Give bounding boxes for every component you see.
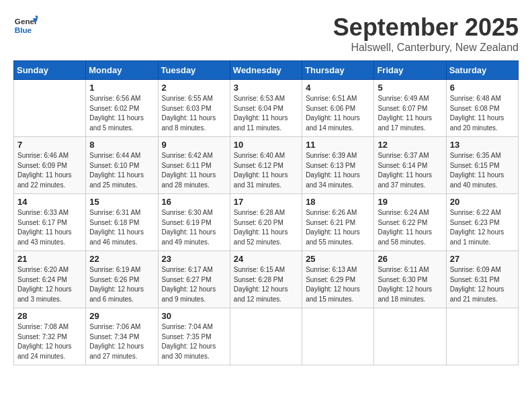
day-info: Sunrise: 6:40 AMSunset: 6:12 PMDaylight:… bbox=[234, 151, 298, 190]
title-block: September 2025 Halswell, Canterbury, New… bbox=[333, 13, 519, 54]
calendar-cell: 5Sunrise: 6:49 AMSunset: 6:07 PMDaylight… bbox=[374, 80, 446, 137]
day-info: Sunrise: 6:51 AMSunset: 6:06 PMDaylight:… bbox=[306, 94, 370, 133]
day-number: 17 bbox=[234, 197, 298, 207]
day-number: 8 bbox=[89, 140, 154, 150]
calendar-cell: 14Sunrise: 6:33 AMSunset: 6:17 PMDayligh… bbox=[14, 194, 86, 251]
day-number: 27 bbox=[450, 254, 515, 264]
day-number: 19 bbox=[378, 197, 442, 207]
day-number: 9 bbox=[162, 140, 226, 150]
calendar-table: SundayMondayTuesdayWednesdayThursdayFrid… bbox=[13, 60, 519, 365]
calendar-cell: 22Sunrise: 6:19 AMSunset: 6:26 PMDayligh… bbox=[86, 251, 158, 308]
day-number: 16 bbox=[162, 197, 226, 207]
day-info: Sunrise: 6:42 AMSunset: 6:11 PMDaylight:… bbox=[162, 151, 226, 190]
calendar-cell: 25Sunrise: 6:13 AMSunset: 6:29 PMDayligh… bbox=[302, 251, 374, 308]
day-info: Sunrise: 7:04 AMSunset: 7:35 PMDaylight:… bbox=[162, 322, 226, 361]
calendar-cell: 24Sunrise: 6:15 AMSunset: 6:28 PMDayligh… bbox=[230, 251, 302, 308]
calendar-cell: 19Sunrise: 6:24 AMSunset: 6:22 PMDayligh… bbox=[374, 194, 446, 251]
day-info: Sunrise: 6:19 AMSunset: 6:26 PMDaylight:… bbox=[89, 265, 154, 304]
day-info: Sunrise: 6:28 AMSunset: 6:20 PMDaylight:… bbox=[234, 208, 298, 247]
calendar-cell: 30Sunrise: 7:04 AMSunset: 7:35 PMDayligh… bbox=[158, 308, 230, 365]
day-info: Sunrise: 6:39 AMSunset: 6:13 PMDaylight:… bbox=[306, 151, 370, 190]
day-info: Sunrise: 6:31 AMSunset: 6:18 PMDaylight:… bbox=[89, 208, 154, 247]
calendar-cell: 13Sunrise: 6:35 AMSunset: 6:15 PMDayligh… bbox=[446, 137, 518, 194]
day-number: 22 bbox=[89, 254, 154, 264]
day-header-sunday: Sunday bbox=[14, 61, 86, 80]
calendar-cell bbox=[302, 308, 374, 365]
day-number: 24 bbox=[234, 254, 298, 264]
day-number: 1 bbox=[89, 83, 154, 93]
calendar-week-2: 7Sunrise: 6:46 AMSunset: 6:09 PMDaylight… bbox=[14, 137, 519, 194]
day-number: 14 bbox=[17, 197, 82, 207]
calendar-cell: 4Sunrise: 6:51 AMSunset: 6:06 PMDaylight… bbox=[302, 80, 374, 137]
day-number: 28 bbox=[17, 311, 82, 321]
day-number: 2 bbox=[162, 83, 226, 93]
calendar-week-5: 28Sunrise: 7:08 AMSunset: 7:32 PMDayligh… bbox=[14, 308, 519, 365]
day-number: 12 bbox=[378, 140, 442, 150]
day-info: Sunrise: 6:35 AMSunset: 6:15 PMDaylight:… bbox=[450, 151, 515, 190]
day-info: Sunrise: 6:33 AMSunset: 6:17 PMDaylight:… bbox=[17, 208, 82, 247]
day-number: 21 bbox=[17, 254, 82, 264]
calendar-cell bbox=[446, 308, 518, 365]
calendar-cell: 9Sunrise: 6:42 AMSunset: 6:11 PMDaylight… bbox=[158, 137, 230, 194]
day-info: Sunrise: 6:30 AMSunset: 6:19 PMDaylight:… bbox=[162, 208, 226, 247]
day-number: 5 bbox=[378, 83, 442, 93]
day-number: 13 bbox=[450, 140, 515, 150]
day-number: 29 bbox=[89, 311, 154, 321]
logo-icon: General Blue bbox=[13, 13, 38, 38]
calendar-week-1: 1Sunrise: 6:56 AMSunset: 6:02 PMDaylight… bbox=[14, 80, 519, 137]
day-info: Sunrise: 6:13 AMSunset: 6:29 PMDaylight:… bbox=[306, 265, 370, 304]
day-header-tuesday: Tuesday bbox=[158, 61, 230, 80]
calendar-cell: 15Sunrise: 6:31 AMSunset: 6:18 PMDayligh… bbox=[86, 194, 158, 251]
calendar-cell: 10Sunrise: 6:40 AMSunset: 6:12 PMDayligh… bbox=[230, 137, 302, 194]
page-header: General Blue September 2025 Halswell, Ca… bbox=[13, 13, 519, 54]
day-info: Sunrise: 6:11 AMSunset: 6:30 PMDaylight:… bbox=[378, 265, 442, 304]
day-info: Sunrise: 6:24 AMSunset: 6:22 PMDaylight:… bbox=[378, 208, 442, 247]
calendar-cell: 23Sunrise: 6:17 AMSunset: 6:27 PMDayligh… bbox=[158, 251, 230, 308]
day-number: 10 bbox=[234, 140, 298, 150]
day-number: 25 bbox=[306, 254, 370, 264]
day-info: Sunrise: 7:06 AMSunset: 7:34 PMDaylight:… bbox=[89, 322, 154, 361]
day-info: Sunrise: 6:53 AMSunset: 6:04 PMDaylight:… bbox=[234, 94, 298, 133]
calendar-cell: 26Sunrise: 6:11 AMSunset: 6:30 PMDayligh… bbox=[374, 251, 446, 308]
svg-text:General: General bbox=[15, 17, 38, 26]
days-header-row: SundayMondayTuesdayWednesdayThursdayFrid… bbox=[14, 61, 519, 80]
calendar-cell: 17Sunrise: 6:28 AMSunset: 6:20 PMDayligh… bbox=[230, 194, 302, 251]
day-header-thursday: Thursday bbox=[302, 61, 374, 80]
location-subtitle: Halswell, Canterbury, New Zealand bbox=[333, 42, 519, 54]
calendar-cell: 11Sunrise: 6:39 AMSunset: 6:13 PMDayligh… bbox=[302, 137, 374, 194]
day-info: Sunrise: 6:44 AMSunset: 6:10 PMDaylight:… bbox=[89, 151, 154, 190]
day-header-friday: Friday bbox=[374, 61, 446, 80]
svg-text:Blue: Blue bbox=[15, 26, 32, 34]
day-info: Sunrise: 6:55 AMSunset: 6:03 PMDaylight:… bbox=[162, 94, 226, 133]
calendar-cell: 8Sunrise: 6:44 AMSunset: 6:10 PMDaylight… bbox=[86, 137, 158, 194]
day-number: 6 bbox=[450, 83, 515, 93]
calendar-week-4: 21Sunrise: 6:20 AMSunset: 6:24 PMDayligh… bbox=[14, 251, 519, 308]
day-info: Sunrise: 6:46 AMSunset: 6:09 PMDaylight:… bbox=[17, 151, 82, 190]
day-number: 15 bbox=[89, 197, 154, 207]
calendar-cell bbox=[14, 80, 86, 137]
calendar-cell: 16Sunrise: 6:30 AMSunset: 6:19 PMDayligh… bbox=[158, 194, 230, 251]
month-title: September 2025 bbox=[333, 13, 519, 42]
day-number: 11 bbox=[306, 140, 370, 150]
day-info: Sunrise: 6:20 AMSunset: 6:24 PMDaylight:… bbox=[17, 265, 82, 304]
day-number: 20 bbox=[450, 197, 515, 207]
calendar-cell: 3Sunrise: 6:53 AMSunset: 6:04 PMDaylight… bbox=[230, 80, 302, 137]
day-info: Sunrise: 6:17 AMSunset: 6:27 PMDaylight:… bbox=[162, 265, 226, 304]
day-header-wednesday: Wednesday bbox=[230, 61, 302, 80]
day-header-monday: Monday bbox=[86, 61, 158, 80]
day-info: Sunrise: 6:15 AMSunset: 6:28 PMDaylight:… bbox=[234, 265, 298, 304]
day-info: Sunrise: 6:26 AMSunset: 6:21 PMDaylight:… bbox=[306, 208, 370, 247]
calendar-cell: 18Sunrise: 6:26 AMSunset: 6:21 PMDayligh… bbox=[302, 194, 374, 251]
day-info: Sunrise: 7:08 AMSunset: 7:32 PMDaylight:… bbox=[17, 322, 82, 361]
day-header-saturday: Saturday bbox=[446, 61, 518, 80]
calendar-cell: 29Sunrise: 7:06 AMSunset: 7:34 PMDayligh… bbox=[86, 308, 158, 365]
calendar-cell: 6Sunrise: 6:48 AMSunset: 6:08 PMDaylight… bbox=[446, 80, 518, 137]
calendar-cell: 28Sunrise: 7:08 AMSunset: 7:32 PMDayligh… bbox=[14, 308, 86, 365]
day-info: Sunrise: 6:48 AMSunset: 6:08 PMDaylight:… bbox=[450, 94, 515, 133]
calendar-cell bbox=[230, 308, 302, 365]
calendar-cell: 27Sunrise: 6:09 AMSunset: 6:31 PMDayligh… bbox=[446, 251, 518, 308]
day-number: 3 bbox=[234, 83, 298, 93]
logo: General Blue bbox=[13, 13, 38, 38]
day-info: Sunrise: 6:22 AMSunset: 6:23 PMDaylight:… bbox=[450, 208, 515, 247]
calendar-cell: 7Sunrise: 6:46 AMSunset: 6:09 PMDaylight… bbox=[14, 137, 86, 194]
